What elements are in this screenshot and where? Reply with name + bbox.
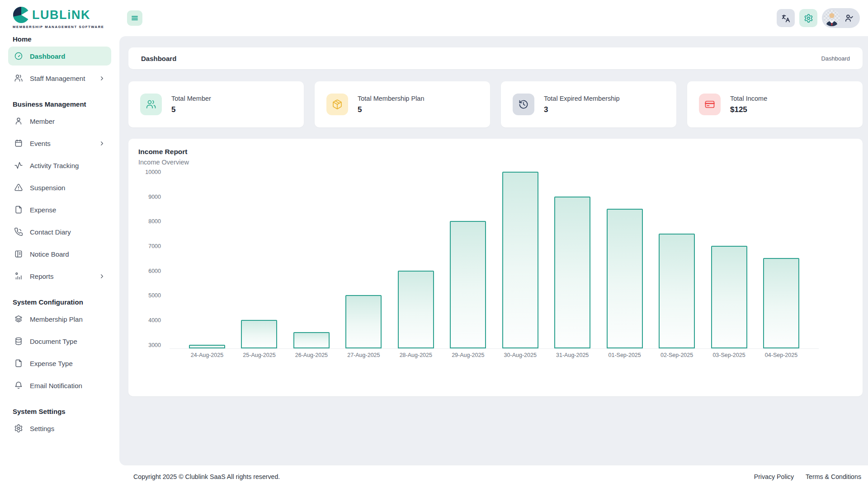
- credit-card-icon: [699, 94, 721, 115]
- x-axis-label: 27-Aug-2025: [347, 352, 380, 358]
- chevron-right-icon: [99, 75, 105, 82]
- y-axis-label: 3000: [148, 342, 161, 348]
- calendar-icon: [14, 139, 23, 148]
- chart-bar-27-Aug-2025: [345, 295, 382, 348]
- users-icon: [14, 74, 23, 83]
- hamburger-icon: [131, 14, 139, 22]
- sidebar-item-contact-diary[interactable]: Contact Diary: [8, 222, 111, 241]
- y-axis-label: 8000: [148, 218, 161, 225]
- chart-bar-02-Sep-2025: [659, 234, 695, 348]
- sidebar-item-label: Activity Tracking: [30, 162, 79, 169]
- income-bar-chart: 300040005000600070008000900010000 24-Aug…: [138, 172, 853, 371]
- terms-conditions-link[interactable]: Terms & Conditions: [806, 473, 861, 480]
- chart-title: Income Report: [138, 148, 853, 156]
- x-axis-label: 26-Aug-2025: [295, 352, 328, 358]
- sidebar-item-dashboard[interactable]: Dashboard: [8, 47, 111, 66]
- brand-tagline: MEMBERSHIP MANAGEMENT SOFTWARE: [13, 25, 119, 29]
- chart-bar-31-Aug-2025: [554, 197, 590, 348]
- sidebar-item-label: Email Notification: [30, 382, 82, 389]
- clublink-logo-icon: [13, 6, 30, 23]
- footer: Copyright 2025 © Clublink SaaS All right…: [119, 465, 868, 488]
- sidebar-item-expense[interactable]: Expense: [8, 200, 111, 219]
- stat-value: $125: [730, 105, 767, 114]
- sidebar-item-label: Expense: [30, 206, 56, 214]
- language-button[interactable]: [777, 9, 795, 27]
- nav-section-heading: System Configuration: [13, 298, 107, 306]
- settings-button[interactable]: [799, 9, 817, 27]
- sidebar-item-label: Staff Management: [30, 75, 85, 82]
- stat-label: Total Income: [730, 95, 767, 102]
- nav-section-heading: System Settings: [13, 408, 107, 415]
- file-icon: [14, 205, 23, 214]
- sidebar-item-events[interactable]: Events: [8, 134, 111, 153]
- chevron-right-icon: [99, 140, 105, 147]
- file-icon: [14, 359, 23, 368]
- package-icon: [326, 94, 348, 115]
- translate-icon: [781, 14, 791, 23]
- sidebar-item-label: Member: [30, 117, 55, 125]
- x-axis-label: 25-Aug-2025: [243, 352, 275, 358]
- x-axis-label: 29-Aug-2025: [452, 352, 484, 358]
- user-icon: [14, 117, 23, 126]
- gear-icon: [804, 14, 813, 23]
- page-header-card: Dashboard Dashboard: [128, 47, 863, 69]
- page-title: Dashboard: [141, 55, 176, 62]
- x-axis-label: 02-Sep-2025: [660, 352, 693, 358]
- x-axis-label: 24-Aug-2025: [191, 352, 223, 358]
- privacy-policy-link[interactable]: Privacy Policy: [754, 473, 794, 480]
- stat-card-total-member: Total Member 5: [128, 81, 304, 127]
- sidebar-item-settings[interactable]: Settings: [8, 419, 111, 438]
- sidebar-item-label: Document Type: [30, 338, 77, 345]
- sidebar-item-notice-board[interactable]: Notice Board: [8, 244, 111, 263]
- income-report-card: Income Report Income Overview 3000400050…: [128, 139, 863, 396]
- main-content: Dashboard Dashboard Total Member 5 Total…: [119, 36, 868, 465]
- sidebar-item-member[interactable]: Member: [8, 112, 111, 131]
- sidebar-item-activity-tracking[interactable]: Activity Tracking: [8, 156, 111, 175]
- sidebar-item-suspension[interactable]: Suspension: [8, 178, 111, 197]
- chart-bar-26-Aug-2025: [293, 332, 330, 348]
- sidebar-item-expense-type[interactable]: Expense Type: [8, 354, 111, 373]
- y-axis: 300040005000600070008000900010000: [138, 172, 161, 349]
- x-axis-label: 30-Aug-2025: [504, 352, 537, 358]
- breadcrumb: Dashboard: [821, 55, 850, 62]
- chart-bar-04-Sep-2025: [763, 258, 799, 348]
- chart-icon: [14, 272, 23, 281]
- plot-area: 24-Aug-202525-Aug-202526-Aug-202527-Aug-…: [170, 172, 819, 349]
- alert-triangle-icon: [14, 183, 23, 192]
- history-icon: [513, 94, 534, 115]
- sidebar-item-document-type[interactable]: Document Type: [8, 332, 111, 351]
- chart-bar-24-Aug-2025: [189, 345, 225, 348]
- x-axis-label: 28-Aug-2025: [400, 352, 432, 358]
- y-axis-label: 5000: [148, 292, 161, 299]
- stat-card-total-income: Total Income $125: [687, 81, 863, 127]
- sidebar-item-membership-plan[interactable]: Membership Plan: [8, 310, 111, 328]
- users-icon: [140, 94, 162, 115]
- sidebar-item-label: Dashboard: [30, 52, 65, 60]
- y-axis-label: 10000: [145, 169, 161, 175]
- nav-section-heading: Business Management: [13, 100, 107, 108]
- stat-value: 3: [544, 105, 620, 114]
- y-axis-label: 7000: [148, 243, 161, 249]
- brand-name: LUBLiNK: [32, 8, 90, 22]
- stat-card-total-membership-plan: Total Membership Plan 5: [315, 81, 490, 127]
- layers-icon: [14, 314, 23, 324]
- board-icon: [14, 249, 23, 258]
- sidebar-item-reports[interactable]: Reports: [8, 267, 111, 286]
- sidebar: LUBLiNK MEMBERSHIP MANAGEMENT SOFTWARE H…: [0, 0, 119, 488]
- sidebar-item-email-notification[interactable]: Email Notification: [8, 376, 111, 395]
- chevron-right-icon: [99, 273, 105, 280]
- bell-icon: [14, 381, 23, 390]
- sidebar-item-staff-management[interactable]: Staff Management: [8, 69, 111, 88]
- nav-section-heading: Home: [13, 35, 107, 43]
- y-axis-label: 6000: [148, 268, 161, 274]
- phone-icon: [14, 227, 23, 236]
- sidebar-item-label: Reports: [30, 272, 54, 280]
- sidebar-toggle-button[interactable]: [127, 10, 142, 26]
- chart-bar-29-Aug-2025: [450, 221, 486, 348]
- stat-label: Total Member: [171, 95, 211, 102]
- x-axis-label: 03-Sep-2025: [712, 352, 745, 358]
- copyright-text: Copyright 2025 © Clublink SaaS All right…: [133, 473, 280, 480]
- profile-menu[interactable]: [822, 8, 860, 28]
- stat-card-total-expired-membership: Total Expired Membership 3: [501, 81, 676, 127]
- sidebar-item-label: Contact Diary: [30, 228, 71, 236]
